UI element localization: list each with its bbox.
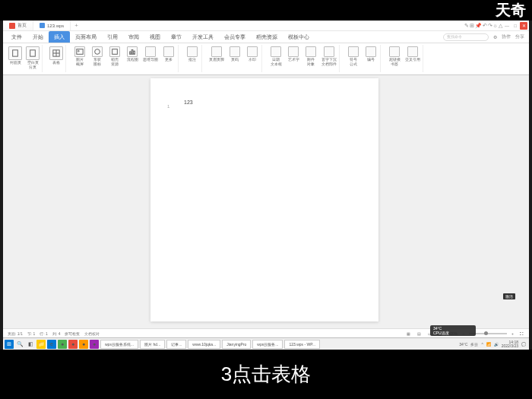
- tray-up-icon[interactable]: ^: [481, 342, 483, 347]
- hyperlink-button[interactable]: 超链接书签: [388, 45, 401, 72]
- menu-review[interactable]: 审阅: [123, 31, 144, 43]
- docer-button[interactable]: 稻壳资源: [108, 45, 122, 72]
- page-number-button[interactable]: 页码: [228, 45, 242, 72]
- menu-insert[interactable]: 插入: [49, 31, 70, 43]
- taskbar-app[interactable]: 123.wps - WP...: [284, 340, 320, 349]
- widget-cpu: CPU温度: [433, 331, 473, 335]
- tab-label: 首页: [17, 22, 27, 29]
- comment-button[interactable]: 批注: [185, 45, 199, 72]
- shapes-button[interactable]: 形状图标: [90, 45, 104, 72]
- sun-icon[interactable]: ☼: [493, 23, 498, 28]
- document-text[interactable]: 123: [184, 100, 360, 105]
- view-outline-icon[interactable]: ▤: [416, 331, 422, 337]
- weather-label[interactable]: 多云: [470, 342, 478, 347]
- app-icon[interactable]: ●: [79, 340, 88, 349]
- grid-icon[interactable]: ⊞: [470, 23, 474, 29]
- app-icon[interactable]: ●: [58, 340, 67, 349]
- document-page[interactable]: 1 123: [150, 78, 378, 321]
- menu-member[interactable]: 会员专享: [219, 31, 251, 43]
- watermark-button[interactable]: 水印: [245, 45, 259, 72]
- table-button[interactable]: 表格: [49, 45, 63, 72]
- symbol-button[interactable]: 符号公式: [347, 45, 360, 72]
- document-workspace[interactable]: 1 123 激活: [3, 75, 529, 328]
- status-proof[interactable]: 文档校对: [84, 331, 100, 336]
- svg-rect-5: [77, 49, 83, 55]
- pencil-icon[interactable]: ✎: [464, 23, 469, 29]
- bell-icon[interactable]: △: [499, 23, 502, 29]
- volume-icon[interactable]: 🔊: [494, 342, 499, 347]
- attachment-button[interactable]: 附件对象: [304, 45, 318, 72]
- task-view-icon[interactable]: ◧: [26, 340, 35, 349]
- dropcap-button[interactable]: 首字下沉文档部件: [321, 45, 337, 72]
- tab-add-button[interactable]: +: [71, 22, 82, 29]
- document-icon: [40, 23, 45, 28]
- windows-taskbar: ⊞ 🔍 ◧ 📁 e ● ● ● ● wps云服务系统... 图片 hd... 记…: [3, 337, 529, 350]
- taskbar-app[interactable]: wps云服务系统...: [100, 340, 138, 349]
- status-col: 列: 4: [52, 331, 61, 336]
- taskbar-app[interactable]: wps云服务...: [252, 340, 283, 349]
- header-footer-button[interactable]: 页眉页脚: [209, 45, 224, 72]
- system-tray: 34°C 多云 ^ 📶 🔊 14:18 2022/3/23 💬: [459, 340, 526, 348]
- desktop-screen: 首页 123.wps + ✎ ⊞ 📌 ↶ ↷ ☼ △ — □ ✕ 文件 开始: [3, 21, 529, 350]
- app-icon[interactable]: ●: [90, 340, 99, 349]
- wps-logo-icon: [9, 23, 15, 29]
- taskbar-app[interactable]: 图片 hd...: [140, 340, 165, 349]
- collab-link[interactable]: 协作: [502, 33, 511, 40]
- date-button[interactable]: 日期文本框: [269, 45, 283, 72]
- menu-layout[interactable]: 页面布局: [70, 31, 102, 43]
- wordart-button[interactable]: 艺术字: [287, 45, 300, 72]
- command-search[interactable]: 查找命令: [443, 33, 489, 41]
- temperature-widget[interactable]: 34°C CPU温度: [430, 325, 476, 336]
- status-spell[interactable]: 拼写检查: [65, 331, 80, 336]
- close-button[interactable]: ✕: [520, 22, 527, 30]
- svg-point-7: [95, 49, 100, 55]
- redo-icon[interactable]: ↷: [488, 23, 492, 29]
- tab-label: 123.wps: [47, 24, 64, 28]
- taskbar-app[interactable]: www.10jqka...: [188, 340, 220, 349]
- menu-file[interactable]: 文件: [6, 31, 27, 43]
- undo-icon[interactable]: ↶: [483, 23, 487, 29]
- maximize-button[interactable]: □: [511, 22, 519, 30]
- tooltip: 激活: [503, 293, 515, 299]
- taskbar-app[interactable]: JianyingPro: [222, 340, 251, 349]
- more-button[interactable]: 更多: [162, 45, 176, 72]
- monitor-frame: 首页 123.wps + ✎ ⊞ 📌 ↶ ↷ ☼ △ — □ ✕ 文件 开始: [0, 21, 532, 350]
- blank-page-button[interactable]: 空白页分页: [26, 45, 40, 72]
- menu-resources[interactable]: 稻壳资源: [251, 31, 283, 43]
- menu-templates[interactable]: 模板中心: [283, 31, 315, 43]
- svg-rect-10: [131, 50, 133, 55]
- tab-wps[interactable]: 首页: [3, 21, 33, 30]
- picture-button[interactable]: 图片截屏: [73, 45, 87, 72]
- view-print-icon[interactable]: ▦: [405, 331, 411, 337]
- search-icon[interactable]: 🔍: [15, 340, 24, 349]
- pin-icon[interactable]: 📌: [475, 23, 482, 29]
- clock[interactable]: 14:18 2022/3/23: [502, 340, 518, 348]
- taskbar-app[interactable]: 记事...: [166, 340, 186, 349]
- settings-icon[interactable]: ⚙: [493, 34, 497, 40]
- menu-view[interactable]: 视图: [144, 31, 166, 43]
- fullscreen-icon[interactable]: ⛶: [518, 331, 524, 337]
- app-icon[interactable]: ●: [68, 340, 78, 349]
- tab-document[interactable]: 123.wps: [33, 21, 71, 30]
- explorer-icon[interactable]: 📁: [36, 340, 46, 349]
- number-button[interactable]: 编号: [364, 45, 378, 72]
- notification-icon[interactable]: 💬: [521, 342, 526, 347]
- share-link[interactable]: 分享: [515, 33, 524, 40]
- crossref-button[interactable]: 交叉引用: [405, 45, 420, 72]
- menu-devtools[interactable]: 开发工具: [187, 31, 219, 43]
- status-page[interactable]: 页面: 1/1: [8, 331, 23, 336]
- menu-references[interactable]: 引用: [102, 31, 123, 43]
- chart-button[interactable]: 流程图: [125, 45, 139, 72]
- zoom-in-button[interactable]: +: [511, 331, 514, 336]
- cover-page-button[interactable]: 封面页: [8, 45, 22, 72]
- network-icon[interactable]: 📶: [486, 342, 491, 347]
- mindmap-button[interactable]: 思维导图: [143, 45, 158, 72]
- edge-icon[interactable]: e: [47, 340, 56, 349]
- start-button[interactable]: ⊞: [5, 340, 14, 349]
- svg-point-6: [78, 50, 80, 52]
- weather-temp[interactable]: 34°C: [459, 342, 467, 347]
- menu-section[interactable]: 章节: [166, 31, 187, 43]
- menu-start[interactable]: 开始: [27, 31, 49, 43]
- svg-rect-0: [13, 50, 18, 56]
- minimize-button[interactable]: —: [503, 22, 511, 30]
